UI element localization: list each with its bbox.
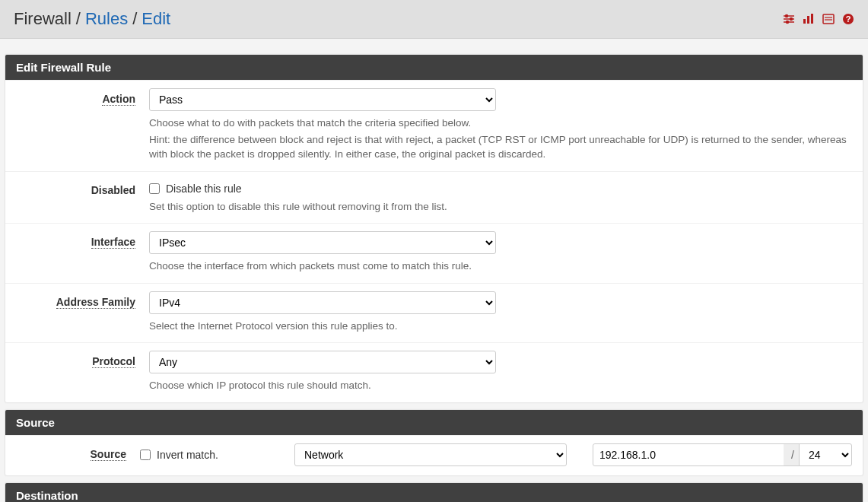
- svg-rect-6: [803, 19, 806, 24]
- panel-title-destination: Destination: [5, 483, 863, 502]
- svg-rect-9: [823, 14, 834, 24]
- protocol-help: Choose which IP protocol this rule shoul…: [149, 378, 849, 393]
- action-label: Action: [16, 88, 149, 162]
- source-invert-checkbox[interactable]: [140, 450, 151, 460]
- address-family-label: Address Family: [16, 291, 149, 334]
- svg-point-4: [790, 18, 793, 21]
- breadcrumb-bar: Firewall / Rules / Edit ?: [0, 0, 868, 39]
- address-family-help: Select the Internet Protocol version thi…: [149, 319, 849, 334]
- interface-help: Choose the interface from which packets …: [149, 259, 849, 274]
- action-help2: Hint: the difference between block and r…: [149, 132, 849, 162]
- source-label: Source: [16, 443, 140, 466]
- action-help1: Choose what to do with packets that matc…: [149, 116, 849, 131]
- breadcrumb-root: Firewall: [14, 9, 72, 29]
- protocol-select[interactable]: Any: [149, 351, 496, 373]
- address-family-select[interactable]: IPv4: [149, 291, 496, 314]
- destination-panel: Destination Destination Invert match. Ne…: [5, 482, 863, 502]
- svg-text:?: ?: [846, 14, 851, 24]
- toolbar-icons: ?: [783, 13, 854, 25]
- edit-firewall-rule-panel: Edit Firewall Rule Action Pass Choose wh…: [5, 54, 863, 403]
- svg-point-3: [786, 15, 788, 17]
- svg-point-5: [787, 21, 789, 24]
- source-invert-label: Invert match.: [157, 449, 218, 461]
- log-icon[interactable]: [822, 14, 835, 24]
- source-mask-select[interactable]: 24: [799, 443, 852, 466]
- svg-rect-8: [811, 14, 813, 24]
- panel-title-edit: Edit Firewall Rule: [5, 55, 863, 80]
- svg-rect-7: [807, 16, 809, 24]
- disabled-checkbox-label: Disable this rule: [166, 183, 242, 195]
- source-address-input[interactable]: [593, 443, 787, 466]
- source-type-select[interactable]: Network: [294, 443, 567, 466]
- stats-icon[interactable]: [803, 14, 815, 24]
- disabled-help: Set this option to disable this rule wit…: [149, 199, 849, 214]
- breadcrumb: Firewall / Rules / Edit: [14, 9, 170, 29]
- settings-icon[interactable]: [783, 14, 795, 24]
- help-icon[interactable]: ?: [842, 13, 854, 25]
- disabled-label: Disabled: [16, 180, 149, 214]
- interface-select[interactable]: IPsec: [149, 231, 496, 254]
- breadcrumb-sep: /: [76, 9, 81, 29]
- action-select[interactable]: Pass: [149, 88, 496, 111]
- source-panel: Source Source Invert match. Network / 24: [5, 409, 863, 476]
- disabled-checkbox[interactable]: [149, 183, 160, 194]
- protocol-label: Protocol: [16, 351, 149, 393]
- breadcrumb-edit[interactable]: Edit: [141, 9, 170, 29]
- breadcrumb-sep: /: [132, 9, 137, 29]
- breadcrumb-rules[interactable]: Rules: [85, 9, 128, 29]
- interface-label: Interface: [16, 231, 149, 274]
- panel-title-source: Source: [5, 410, 863, 435]
